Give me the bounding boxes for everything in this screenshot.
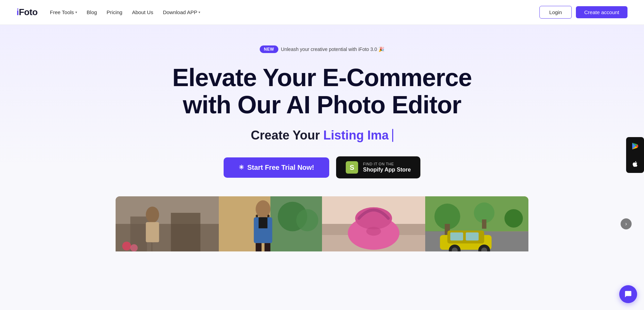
svg-rect-36 [450,232,463,241]
image-strip-wrapper: › [7,196,637,251]
new-badge: NEW Unleash your creative potential with… [260,45,384,53]
svg-rect-6 [147,242,151,251]
nav-download[interactable]: Download APP ▾ [163,9,200,15]
svg-rect-16 [259,217,268,228]
svg-rect-7 [153,242,158,251]
strip-item-bag [322,196,425,251]
nav-links: Free Tools ▾ Blog Pricing About Us Downl… [50,9,200,15]
text-cursor [392,129,393,142]
strip-next-button[interactable]: › [621,218,632,229]
create-account-button[interactable]: Create account [576,6,627,18]
nav-about[interactable]: About Us [132,9,153,15]
strip-item-car [425,196,528,251]
hero-section: NEW Unleash your creative potential with… [0,25,644,265]
svg-point-4 [146,207,159,223]
strip-item-man [116,196,219,251]
google-play-button[interactable] [626,137,644,155]
svg-point-8 [122,242,131,251]
nav-right: Login Create account [539,6,627,19]
hero-subtitle: Create Your Listing Ima [251,128,393,143]
shopify-text: FIND IT ON THE Shopify App Store [363,162,411,174]
svg-rect-37 [466,232,479,241]
badge-text: Unleash your creative potential with iFo… [281,46,384,52]
hero-title: Elevate Your E-Commerce with Our AI Phot… [172,64,472,118]
nav-pricing[interactable]: Pricing [107,9,122,15]
google-play-icon [631,142,639,150]
shopify-bottom-label: Shopify App Store [363,166,411,174]
svg-rect-5 [146,222,159,242]
svg-point-26 [366,227,381,236]
chat-button[interactable] [619,285,637,303]
nav-free-tools[interactable]: Free Tools ▾ [50,9,77,15]
svg-point-33 [504,209,523,228]
svg-rect-32 [482,220,486,229]
sparkle-icon: ✳ [239,164,244,171]
floating-panel [626,137,644,173]
apple-store-button[interactable] [626,155,644,173]
chevron-down-icon: ▾ [75,10,77,14]
svg-point-9 [130,244,138,251]
apple-icon [632,160,638,168]
svg-rect-17 [256,243,261,251]
login-button[interactable]: Login [539,6,572,19]
badge-pill: NEW [260,45,278,53]
trial-button[interactable]: ✳ Start Free Trial Now! [224,157,330,178]
logo[interactable]: iFoto [17,7,37,18]
hero-subtitle-colored: Listing Ima [323,128,389,143]
image-strip [116,196,528,251]
strip-item-woman [219,196,322,251]
logo-i: i [17,7,19,17]
nav-blog[interactable]: Blog [87,9,97,15]
shopify-top-label: FIND IT ON THE [363,162,411,166]
navbar: iFoto Free Tools ▾ Blog Pricing About Us… [0,0,644,25]
shopify-icon: S [346,161,358,174]
logo-foto: Foto [19,7,37,17]
svg-point-20 [296,209,318,231]
svg-rect-18 [265,243,270,251]
hero-buttons: ✳ Start Free Trial Now! S FIND IT ON THE… [224,156,420,178]
svg-rect-3 [171,213,201,251]
nav-left: iFoto Free Tools ▾ Blog Pricing About Us… [17,7,200,18]
chevron-down-icon-2: ▾ [198,10,200,14]
chat-icon [624,290,632,298]
shopify-button[interactable]: S FIND IT ON THE Shopify App Store [336,156,420,178]
